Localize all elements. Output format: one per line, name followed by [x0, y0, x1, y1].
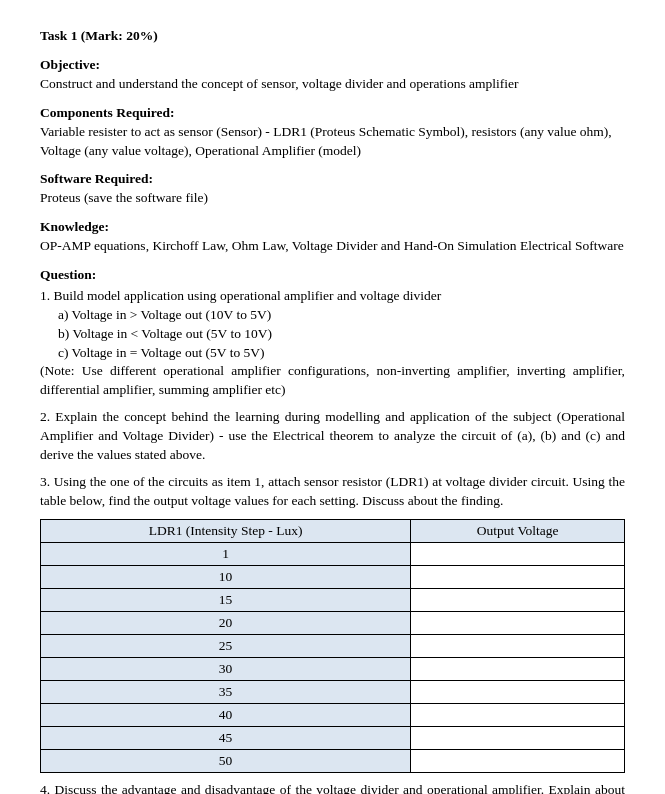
question-2: 2. Explain the concept behind the learni…	[40, 408, 625, 465]
table-cell-lux: 1	[41, 542, 411, 565]
table-col1-header: LDR1 (Intensity Step - Lux)	[41, 519, 411, 542]
table-cell-lux: 40	[41, 703, 411, 726]
knowledge-label: Knowledge:	[40, 219, 109, 234]
objective-section: Objective: Construct and understand the …	[40, 56, 625, 94]
table-cell-voltage	[411, 588, 625, 611]
table-row: 45	[41, 726, 625, 749]
table-cell-voltage	[411, 657, 625, 680]
table-cell-voltage	[411, 634, 625, 657]
table-cell-voltage	[411, 749, 625, 772]
software-text: Proteus (save the software file)	[40, 190, 208, 205]
table-cell-lux: 45	[41, 726, 411, 749]
knowledge-section: Knowledge: OP-AMP equations, Kirchoff La…	[40, 218, 625, 256]
q4-text: 4. Discuss the advantage and disadvantag…	[40, 781, 625, 794]
q1-a: a) Voltage in > Voltage out (10V to 5V)	[58, 306, 625, 325]
table-row: 50	[41, 749, 625, 772]
q3-intro: 3. Using the one of the circuits as item…	[40, 473, 625, 511]
table-row: 10	[41, 565, 625, 588]
table-cell-lux: 30	[41, 657, 411, 680]
components-label: Components Required:	[40, 105, 174, 120]
page-title: Task 1 (Mark: 20%)	[40, 28, 625, 44]
objective-text: Construct and understand the concept of …	[40, 76, 519, 91]
table-row: 15	[41, 588, 625, 611]
table-cell-voltage	[411, 680, 625, 703]
ldr-table: LDR1 (Intensity Step - Lux) Output Volta…	[40, 519, 625, 773]
table-cell-lux: 50	[41, 749, 411, 772]
table-row: 40	[41, 703, 625, 726]
table-cell-voltage	[411, 726, 625, 749]
question-label: Question:	[40, 267, 96, 282]
q1-note: (Note: Use different operational amplifi…	[40, 362, 625, 400]
table-cell-voltage	[411, 542, 625, 565]
q2-text: 2. Explain the concept behind the learni…	[40, 408, 625, 465]
question-section: Question: 1. Build model application usi…	[40, 266, 625, 794]
table-cell-lux: 20	[41, 611, 411, 634]
table-cell-lux: 25	[41, 634, 411, 657]
table-cell-lux: 35	[41, 680, 411, 703]
table-row: 1	[41, 542, 625, 565]
question-3: 3. Using the one of the circuits as item…	[40, 473, 625, 773]
table-col2-header: Output Voltage	[411, 519, 625, 542]
q1-c: c) Voltage in = Voltage out (5V to 5V)	[58, 344, 625, 363]
question-4: 4. Discuss the advantage and disadvantag…	[40, 781, 625, 794]
table-cell-voltage	[411, 565, 625, 588]
table-row: 25	[41, 634, 625, 657]
table-row: 35	[41, 680, 625, 703]
components-text: Variable resister to act as sensor (Sens…	[40, 124, 612, 158]
q1-b: b) Voltage in < Voltage out (5V to 10V)	[58, 325, 625, 344]
knowledge-text: OP-AMP equations, Kirchoff Law, Ohm Law,…	[40, 238, 624, 253]
components-section: Components Required: Variable resister t…	[40, 104, 625, 161]
software-label: Software Required:	[40, 171, 153, 186]
table-cell-voltage	[411, 703, 625, 726]
table-cell-lux: 15	[41, 588, 411, 611]
q1-intro: 1. Build model application using operati…	[40, 287, 625, 306]
objective-label: Objective:	[40, 57, 100, 72]
table-cell-voltage	[411, 611, 625, 634]
table-cell-lux: 10	[41, 565, 411, 588]
table-row: 30	[41, 657, 625, 680]
software-section: Software Required: Proteus (save the sof…	[40, 170, 625, 208]
table-row: 20	[41, 611, 625, 634]
question-1: 1. Build model application using operati…	[40, 287, 625, 400]
